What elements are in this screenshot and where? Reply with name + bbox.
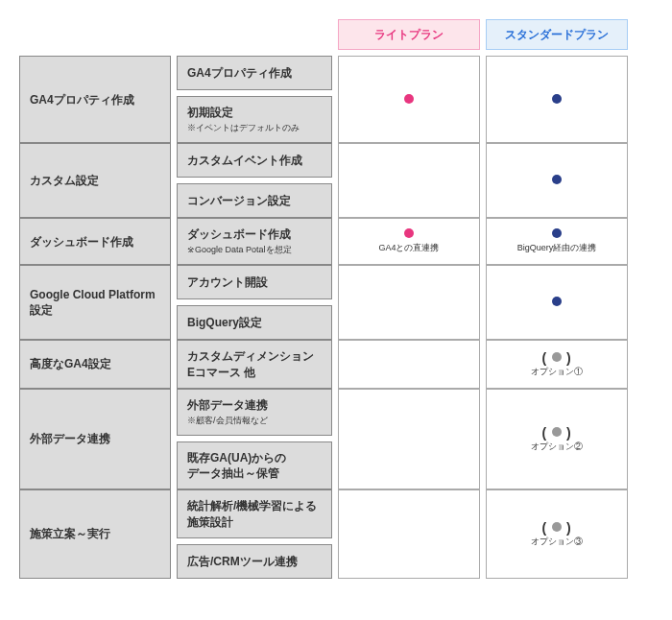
subcategory-cell: GA4プロパティ作成 xyxy=(177,56,332,90)
table-row: 外部データ連携外部データ連携※顧客/会員情報など既存GA(UA)からのデータ抽出… xyxy=(19,389,653,490)
plan-cell-light xyxy=(338,56,480,143)
subcategory-title: アカウント開設 xyxy=(187,274,322,290)
dot-icon xyxy=(552,427,562,437)
dot-icon xyxy=(404,94,414,104)
table-row: ダッシュボード作成ダッシュボード作成※Google Data Potalを想定G… xyxy=(19,218,653,265)
option-label: オプション② xyxy=(531,441,583,453)
subcategory-title: BigQuery設定 xyxy=(187,315,322,330)
dot-icon xyxy=(552,297,562,306)
plan-cell-light xyxy=(338,340,480,388)
category-cell: 外部データ連携 xyxy=(19,389,171,490)
subcategory-title: カスタムディメンションEコマース 他 xyxy=(187,348,322,379)
dot-icon xyxy=(552,175,562,184)
table-row: 高度なGA4設定カスタムディメンションEコマース 他( )オプション① xyxy=(19,340,653,388)
plan-cell-standard: ( )オプション① xyxy=(486,340,628,388)
category-cell: 高度なGA4設定 xyxy=(19,340,171,388)
plan-cell-standard xyxy=(486,56,628,143)
subcategory-title: 既存GA(UA)からのデータ抽出～保管 xyxy=(187,450,322,481)
header-row: ライトプラン スタンダードプラン xyxy=(19,19,653,50)
dot-icon xyxy=(404,228,414,238)
table-row: Google Cloud Platform設定アカウント開設BigQuery設定 xyxy=(19,265,653,340)
table-row: GA4プロパティ作成GA4プロパティ作成初期設定※イベントはデフォルトのみ xyxy=(19,56,653,143)
table-row: 施策立案～実行統計解析/機械学習による施策設計広告/CRMツール連携( )オプシ… xyxy=(19,489,653,578)
plan-cell-standard: BigQuery経由の連携 xyxy=(486,218,628,265)
plan-cell-standard xyxy=(486,143,628,218)
option-mark: ( )オプション① xyxy=(531,351,583,378)
subcategory-cell: コンバージョン設定 xyxy=(177,183,332,218)
subcategory-title: 初期設定 xyxy=(187,105,322,120)
subcategory-cell: カスタムディメンションEコマース 他 xyxy=(177,340,332,388)
subcategory-cell: 既存GA(UA)からのデータ抽出～保管 xyxy=(177,441,332,489)
subcategory-title: GA4プロパティ作成 xyxy=(187,65,322,81)
option-mark: ( )オプション③ xyxy=(531,521,583,548)
subcategory-cell: 初期設定※イベントはデフォルトのみ xyxy=(177,96,332,143)
subcategory-column: 統計解析/機械学習による施策設計広告/CRMツール連携 xyxy=(177,489,332,578)
dot-icon xyxy=(552,228,562,238)
subcategory-column: カスタムディメンションEコマース 他 xyxy=(177,340,332,388)
plan-cell-standard: ( )オプション③ xyxy=(486,489,628,578)
subcategory-title: ダッシュボード作成 xyxy=(187,227,322,242)
header-spacer xyxy=(177,19,332,50)
category-cell: カスタム設定 xyxy=(19,143,171,218)
subcategory-note: ※Google Data Potalを想定 xyxy=(187,244,322,256)
plan-caption: BigQuery経由の連携 xyxy=(517,242,597,254)
option-mark: ( )オプション② xyxy=(531,426,583,453)
plan-caption: GA4との直連携 xyxy=(378,242,439,254)
option-label: オプション③ xyxy=(531,536,583,548)
dot-icon xyxy=(552,522,562,532)
subcategory-title: 統計解析/機械学習による施策設計 xyxy=(187,498,322,529)
dot-icon xyxy=(552,352,562,362)
plan-cell-light xyxy=(338,489,480,578)
plan-cell-light: GA4との直連携 xyxy=(338,218,480,265)
category-cell: ダッシュボード作成 xyxy=(19,218,171,265)
subcategory-column: ダッシュボード作成※Google Data Potalを想定 xyxy=(177,218,332,265)
plan-cell-standard: ( )オプション② xyxy=(486,389,628,490)
subcategory-cell: アカウント開設 xyxy=(177,265,332,299)
subcategory-note: ※顧客/会員情報など xyxy=(187,415,322,427)
plan-header-light: ライトプラン xyxy=(338,19,480,50)
category-cell: GA4プロパティ作成 xyxy=(19,56,171,143)
plan-header-standard: スタンダードプラン xyxy=(486,19,628,50)
subcategory-title: 広告/CRMツール連携 xyxy=(187,554,322,569)
subcategory-cell: ダッシュボード作成※Google Data Potalを想定 xyxy=(177,218,332,265)
subcategory-cell: 統計解析/機械学習による施策設計 xyxy=(177,489,332,537)
category-cell: Google Cloud Platform設定 xyxy=(19,265,171,340)
subcategory-cell: カスタムイベント作成 xyxy=(177,143,332,178)
plan-cell-light xyxy=(338,143,480,218)
subcategory-column: 外部データ連携※顧客/会員情報など既存GA(UA)からのデータ抽出～保管 xyxy=(177,389,332,490)
subcategory-column: アカウント開設BigQuery設定 xyxy=(177,265,332,340)
category-cell: 施策立案～実行 xyxy=(19,489,171,578)
subcategory-cell: BigQuery設定 xyxy=(177,305,332,340)
subcategory-title: 外部データ連携 xyxy=(187,397,322,413)
subcategory-title: コンバージョン設定 xyxy=(187,193,322,208)
subcategory-note: ※イベントはデフォルトのみ xyxy=(187,122,322,134)
subcategory-column: カスタムイベント作成コンバージョン設定 xyxy=(177,143,332,218)
comparison-table: ライトプラン スタンダードプラン GA4プロパティ作成GA4プロパティ作成初期設… xyxy=(19,19,653,579)
option-label: オプション① xyxy=(531,366,583,378)
plan-cell-standard xyxy=(486,265,628,340)
plan-cell-light xyxy=(338,265,480,340)
subcategory-title: カスタムイベント作成 xyxy=(187,153,322,168)
subcategory-cell: 広告/CRMツール連携 xyxy=(177,544,332,579)
plan-cell-light xyxy=(338,389,480,490)
header-spacer xyxy=(19,19,171,50)
table-row: カスタム設定カスタムイベント作成コンバージョン設定 xyxy=(19,143,653,218)
subcategory-cell: 外部データ連携※顧客/会員情報など xyxy=(177,389,332,436)
dot-icon xyxy=(552,94,562,104)
subcategory-column: GA4プロパティ作成初期設定※イベントはデフォルトのみ xyxy=(177,56,332,143)
